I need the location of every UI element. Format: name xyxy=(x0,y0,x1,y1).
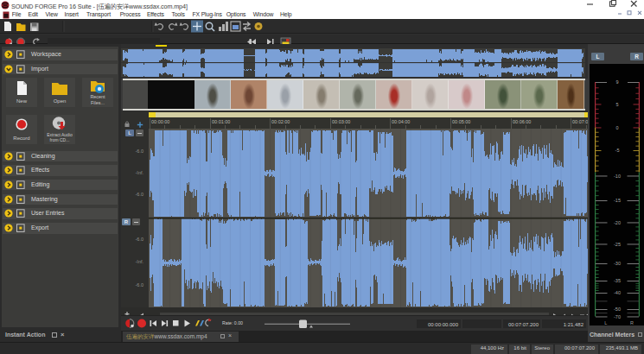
svg-text:L: L xyxy=(604,320,607,326)
svg-text:Recent: Recent xyxy=(90,94,105,99)
svg-text:from CD...: from CD... xyxy=(50,136,70,142)
svg-text:-15: -15 xyxy=(614,198,621,203)
svg-text:00:00:00.000: 00:00:00.000 xyxy=(428,322,459,327)
svg-text:5: 5 xyxy=(615,102,618,107)
svg-text:1:21,482: 1:21,482 xyxy=(564,322,584,327)
svg-text:-40: -40 xyxy=(614,290,621,295)
svg-text:-10: -10 xyxy=(614,174,621,179)
svg-text:New: New xyxy=(16,98,28,104)
svg-text:-50: -50 xyxy=(614,307,621,312)
svg-text:Files...: Files... xyxy=(91,99,105,104)
svg-text:00:07:07.200: 00:07:07.200 xyxy=(508,322,539,327)
svg-text:-70: -70 xyxy=(614,314,621,319)
svg-text:-5: -5 xyxy=(615,148,620,153)
svg-text:-35: -35 xyxy=(614,278,621,283)
svg-text:9: 9 xyxy=(615,79,618,85)
svg-text:-30: -30 xyxy=(614,261,621,266)
svg-text:-20: -20 xyxy=(614,220,621,225)
svg-text:R: R xyxy=(630,320,634,326)
svg-text:0: 0 xyxy=(615,125,618,130)
svg-text:Rate: 0.00: Rate: 0.00 xyxy=(222,320,243,326)
svg-text:-25: -25 xyxy=(614,242,621,247)
svg-text:Open: Open xyxy=(54,98,67,104)
svg-text:Record: Record xyxy=(13,136,29,141)
